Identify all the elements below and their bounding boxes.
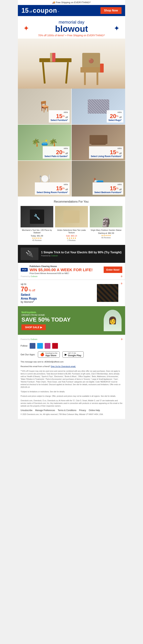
shipping-bar: 🚚 Free Shipping on EVERYTHING!* [18, 0, 125, 5]
coupon-stars: ** [58, 11, 59, 13]
rec-item-statue[interactable]: 🗿 Virgin Mary Outdoor Garden Statue Star… [90, 206, 122, 241]
electric-ad[interactable]: 🔌 1 Simple Trick to Cut Your Electric Bi… [18, 245, 125, 263]
apple-name: App Store [45, 354, 58, 357]
living-num: 15 [110, 149, 116, 156]
footer-privacy[interactable]: Privacy [79, 409, 86, 412]
rugs-off-label: off [32, 289, 35, 292]
category-furniture[interactable]: 🪑 extra 15% off Select Furniture* [18, 88, 71, 124]
furniture-off: off [66, 116, 68, 118]
twitter-icon[interactable] [37, 343, 43, 349]
rec-statue-name: Virgin Mary Outdoor Garden Statue [90, 229, 122, 231]
pch-ad-tag: D [121, 276, 122, 278]
person-icon: 👩 [108, 316, 117, 324]
rugs-brand: by Momeni* [21, 300, 94, 303]
living-badge: extra 15% off Select Living Room Furnitu… [89, 146, 123, 159]
pch-inner: PCH Publishers Clearing House WIN $5,000… [21, 265, 122, 274]
app-store-badge[interactable]: 🍎 Download on the App Store [38, 352, 60, 358]
footer-terms[interactable]: Terms & Conditions [58, 409, 76, 412]
rec-cushion-name: Arden Selections New Tan Leala Texture [55, 229, 88, 234]
facebook-icon[interactable] [30, 343, 36, 349]
truck-icon: 🚚 [52, 1, 55, 4]
category-patio[interactable]: 🌴 🛋️ 🌴 extra 20% off Select Patio & Gard… [18, 125, 71, 160]
star-left-icon: ✦ [23, 24, 29, 32]
rugs-up: up to [21, 282, 94, 286]
instagram-icon[interactable] [45, 343, 50, 349]
footer-disclaimer3: Products and prices subject to change. O… [20, 395, 122, 398]
shipping-text: Free Shipping on EVERYTHING!* [56, 1, 91, 4]
living-item: Select Living Room Furniture* [91, 155, 122, 158]
rec-item-tools[interactable]: 🔧 Mechanic's Tool Set- 135 Piece by Stal… [20, 206, 53, 241]
footer-powered-brand: Outbrain [30, 338, 37, 340]
nutrisystem-ad[interactable]: Nutrisystem. ORDER FROM HOME SAVE 50% TO… [18, 306, 125, 335]
coupon-shop-now-button[interactable]: Shop Now [100, 7, 122, 14]
category-living[interactable]: extra 15% off Select Living Room Furnitu… [72, 125, 125, 160]
footer-ad-tag: D [121, 338, 122, 340]
pinterest-icon[interactable] [52, 343, 58, 349]
google-name: Google Play [68, 354, 81, 357]
outlet-img: 🔌 [20, 248, 38, 260]
pch-ad: PCH Publishers Clearing House WIN $5,000… [18, 263, 125, 280]
dining-num: 15 [56, 185, 62, 192]
category-dining[interactable]: 🍽️ extra 15% off Select Dining Room Furn… [18, 161, 71, 196]
chair-seat [80, 67, 102, 72]
rec-tools-stars: ★★★★★ [20, 237, 53, 240]
footer-online-help[interactable]: Online Help [89, 409, 100, 412]
rugs-select: Select [21, 293, 94, 297]
nutri-shop-button[interactable]: SHOP SALE ▶ [22, 324, 46, 330]
google-play-badge[interactable]: ▶ GET IT ON Google Play [62, 352, 84, 358]
tools-emoji: 🔧 [34, 214, 40, 220]
outlet-emoji: 🔌 [26, 250, 34, 258]
rugs-num: 20 [110, 113, 116, 119]
rugs-item: Area Rugs [21, 297, 94, 300]
rugs-off-pct: % [29, 289, 31, 292]
nutri-order: ORDER FROM HOME [22, 314, 100, 316]
rugs-ad[interactable]: up to 70 % off Select Area Rugs by Momen… [18, 280, 125, 306]
apps-label: Get Our Apps: [20, 353, 35, 356]
pch-content: Publishers Clearing House WIN $5,000.00 … [30, 265, 92, 274]
pch-logo: PCH [21, 268, 28, 272]
rec-cushion-img [55, 206, 88, 228]
furniture-item: Select Furniture* [50, 119, 68, 122]
bedroom-item: Select Bedroom Furniture* [94, 191, 122, 194]
rugs-discount: 70 % off [21, 286, 94, 293]
chair-leg-2 [96, 71, 98, 85]
pch-enter-button[interactable]: Enter Now! [104, 266, 122, 273]
footer-unsubscribe[interactable]: Unsubscribe [20, 409, 32, 412]
email-container: 🚚 Free Shipping on EVERYTHING!* 15 off c… [18, 0, 125, 419]
patio-item: Select Patio & Garden* [44, 155, 68, 158]
chair-leg-1 [84, 71, 86, 85]
coupon-word: coupon [33, 7, 57, 14]
category-rugs[interactable]: extra 20% off Select Rugs* [72, 88, 125, 124]
rec-statue-reviews: 66 Reviews [90, 237, 122, 239]
footer-signup-link[interactable]: Sign Up for Overstock email. [51, 365, 76, 368]
footer-msg2: Received this email from a friend? Sign … [20, 365, 122, 368]
footer-manage-preferences[interactable]: Manage Preferences [35, 409, 55, 412]
rec-tools-price-value: $51.99 [37, 235, 43, 237]
rugs-overlay: extra 20% off Select Rugs* [105, 108, 125, 124]
dining-pct: % [62, 187, 64, 190]
footer-nav: Unsubscribe Manage Preferences Terms & C… [20, 409, 122, 412]
coupon-off: off [29, 10, 32, 13]
category-bedroom[interactable]: 🛏️ extra 15% off Select Bedroom Furnitur… [72, 161, 125, 196]
rugs-text: up to 70 % off Select Area Rugs by Momen… [21, 282, 94, 303]
pch-left: PCH Publishers Clearing House WIN $5,000… [21, 265, 92, 274]
rugs-pct: % [116, 115, 118, 118]
electric-powered: Powered by Outbrain [41, 255, 122, 257]
rec-item-cushion[interactable]: Arden Selections New Tan Leala Texture S… [55, 206, 88, 241]
coupon-bar: 15 off coupon ** Shop Now [18, 5, 125, 16]
pch-event: Prize Event Winner Announced 6/30 on NBC… [30, 272, 92, 274]
chair-pillow [100, 64, 104, 72]
pch-powered-label: Powered by [21, 276, 30, 278]
patio-num: 20 [56, 149, 62, 156]
living-off: off [119, 152, 122, 155]
dining-off: off [66, 188, 68, 191]
rugs-percent: 70 [21, 286, 28, 293]
footer: Powered by Outbrain D Follow: Get Our Ap… [18, 335, 125, 419]
patio-pct: % [62, 151, 64, 154]
desk-item-book [52, 53, 56, 62]
desk-item-books [50, 53, 52, 62]
footer-disclaimer1: **15% off Coupon may only be used once a… [20, 370, 122, 388]
living-pct: % [116, 151, 118, 154]
bedroom-badge: extra 15% off Select Bedroom Furniture* [92, 182, 123, 195]
rec-tools-reviews: 45 Reviews [20, 240, 53, 241]
